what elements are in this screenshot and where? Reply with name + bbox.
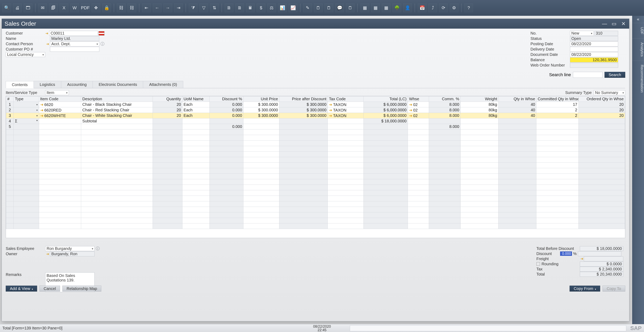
cell-qty[interactable]: 20 xyxy=(153,102,182,108)
cell-empty[interactable] xyxy=(498,152,536,157)
cell-empty[interactable] xyxy=(364,163,408,168)
cell-empty[interactable] xyxy=(536,168,579,174)
cell-empty[interactable] xyxy=(498,224,536,229)
col-ordered-qty[interactable]: Ordered Qty in Whse xyxy=(578,96,625,102)
cell-empty[interactable] xyxy=(39,157,81,163)
cell-empty[interactable] xyxy=(364,201,408,207)
tb-find-icon[interactable]: 🔍 xyxy=(2,4,11,12)
cell-empty[interactable] xyxy=(14,185,39,190)
cell[interactable] xyxy=(39,124,81,130)
cell-empty[interactable] xyxy=(408,163,429,168)
cell-price-after-discount[interactable]: $ 300.0000 xyxy=(279,102,328,108)
cell-empty[interactable] xyxy=(498,190,536,196)
cell-type[interactable]: ▾ xyxy=(14,113,39,118)
table-row-empty[interactable] xyxy=(6,174,625,179)
cell-empty[interactable] xyxy=(328,196,364,201)
delivery-field[interactable] xyxy=(570,47,618,52)
name-field[interactable]: Marley Ltd. xyxy=(50,36,99,41)
cell-empty[interactable] xyxy=(429,157,460,163)
cell-empty[interactable] xyxy=(429,218,460,224)
link-arrow-icon[interactable]: ➜ xyxy=(45,252,50,256)
no-series-select[interactable]: New xyxy=(570,31,594,36)
cell-empty[interactable] xyxy=(210,146,244,152)
cell-empty[interactable] xyxy=(279,135,328,140)
tb-doc2-icon[interactable]: 🗎 xyxy=(235,4,244,12)
cell-empty[interactable] xyxy=(364,212,408,218)
cell-empty[interactable] xyxy=(182,185,210,190)
cell-empty[interactable] xyxy=(429,174,460,179)
tb-email-icon[interactable]: ✉ xyxy=(38,4,47,12)
col-item-code[interactable]: Item Code xyxy=(39,96,81,102)
cell-empty[interactable] xyxy=(244,174,279,179)
cell-empty[interactable] xyxy=(14,196,39,201)
tb-grid1-icon[interactable]: ▦ xyxy=(360,4,369,12)
table-row-empty[interactable] xyxy=(6,130,625,135)
cell-empty[interactable] xyxy=(182,135,210,140)
cell-empty[interactable] xyxy=(244,157,279,163)
cell-empty[interactable] xyxy=(328,185,364,190)
cell-empty[interactable] xyxy=(244,130,279,135)
tb-scale-icon[interactable]: ⚖ xyxy=(267,4,276,12)
col-comm[interactable]: Comm. % xyxy=(429,96,460,102)
cell-empty[interactable] xyxy=(14,152,39,157)
cell[interactable] xyxy=(182,124,210,130)
cell-empty[interactable] xyxy=(536,185,579,190)
cell-empty[interactable] xyxy=(536,157,579,163)
cell-empty[interactable] xyxy=(460,207,498,212)
tb-lock-icon[interactable]: 🔒 xyxy=(102,4,111,12)
cell-item-code[interactable]: ➜6620 xyxy=(39,102,81,108)
table-row-empty[interactable] xyxy=(6,218,625,224)
table-row-empty[interactable] xyxy=(6,152,625,157)
cell-empty[interactable] xyxy=(429,179,460,185)
cell-rownum[interactable] xyxy=(6,130,14,135)
cell-description[interactable]: Chair - Red Stacking Chair xyxy=(81,108,153,113)
col-total-lc[interactable]: Total (LC) xyxy=(364,96,408,102)
cell-empty[interactable] xyxy=(498,201,536,207)
table-row-empty[interactable] xyxy=(6,135,625,140)
cell-empty[interactable] xyxy=(578,140,625,146)
cell-empty[interactable] xyxy=(210,212,244,218)
cell-empty[interactable] xyxy=(429,135,460,140)
cell-rownum[interactable]: 2 xyxy=(6,108,14,113)
tb-export-icon[interactable]: ⤴ xyxy=(428,4,437,12)
cell-empty[interactable] xyxy=(182,130,210,135)
cell[interactable] xyxy=(460,124,498,130)
cell-empty[interactable] xyxy=(408,212,429,218)
cell-empty[interactable] xyxy=(81,179,153,185)
cell-price-after-discount[interactable]: $ 300.0000 xyxy=(279,108,328,113)
cell-empty[interactable] xyxy=(279,212,328,218)
cell-empty[interactable] xyxy=(408,130,429,135)
cell[interactable] xyxy=(279,118,328,124)
cell-empty[interactable] xyxy=(210,190,244,196)
cell-rownum[interactable] xyxy=(6,168,14,174)
cell-empty[interactable] xyxy=(578,179,625,185)
cell[interactable] xyxy=(536,124,579,130)
cell-empty[interactable] xyxy=(460,201,498,207)
cell-empty[interactable] xyxy=(364,168,408,174)
cell-empty[interactable] xyxy=(182,224,210,229)
cell-empty[interactable] xyxy=(328,168,364,174)
cell-empty[interactable] xyxy=(328,190,364,196)
table-row-empty[interactable] xyxy=(6,212,625,218)
link-arrow-icon[interactable]: ➜ xyxy=(44,31,49,36)
cell-empty[interactable] xyxy=(153,224,182,229)
cell-empty[interactable] xyxy=(182,196,210,201)
cell-empty[interactable] xyxy=(408,179,429,185)
cell-empty[interactable] xyxy=(328,207,364,212)
cell-empty[interactable] xyxy=(498,174,536,179)
cell-empty[interactable] xyxy=(460,179,498,185)
cell-uom[interactable]: Each xyxy=(182,113,210,118)
cell-empty[interactable] xyxy=(210,130,244,135)
cell-empty[interactable] xyxy=(14,168,39,174)
cell-item-code[interactable]: ➜6620RED xyxy=(39,108,81,113)
cell-empty[interactable] xyxy=(536,207,579,212)
cell-empty[interactable] xyxy=(244,146,279,152)
po-field[interactable] xyxy=(50,47,99,52)
cell-empty[interactable] xyxy=(536,179,579,185)
side-panel-recommendation[interactable]: Recommendation xyxy=(632,60,644,96)
cell-empty[interactable] xyxy=(460,185,498,190)
tb-link2-icon[interactable]: ⛓ xyxy=(128,4,136,12)
cell-ordered-qty[interactable]: 20 xyxy=(578,102,625,108)
tb-forward-icon[interactable]: → xyxy=(164,4,172,12)
cell-empty[interactable] xyxy=(210,135,244,140)
